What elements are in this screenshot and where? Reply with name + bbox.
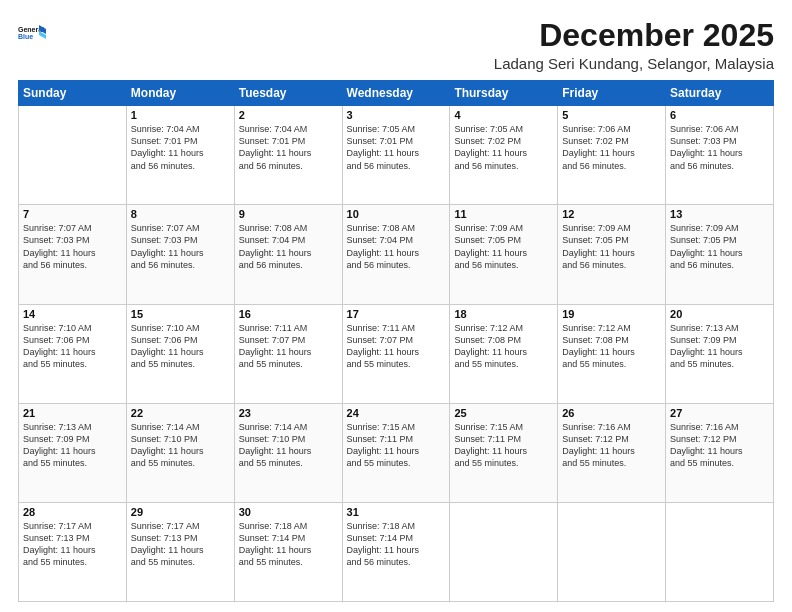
day-info: Sunrise: 7:04 AM Sunset: 7:01 PM Dayligh… bbox=[131, 123, 230, 172]
header: GeneralBlue December 2025 Ladang Seri Ku… bbox=[18, 18, 774, 72]
day-number: 2 bbox=[239, 109, 338, 121]
day-info: Sunrise: 7:11 AM Sunset: 7:07 PM Dayligh… bbox=[239, 322, 338, 371]
calendar-cell bbox=[666, 502, 774, 601]
calendar-cell: 13Sunrise: 7:09 AM Sunset: 7:05 PM Dayli… bbox=[666, 205, 774, 304]
calendar-cell: 5Sunrise: 7:06 AM Sunset: 7:02 PM Daylig… bbox=[558, 106, 666, 205]
day-info: Sunrise: 7:12 AM Sunset: 7:08 PM Dayligh… bbox=[454, 322, 553, 371]
day-number: 5 bbox=[562, 109, 661, 121]
calendar-header-sunday: Sunday bbox=[19, 81, 127, 106]
day-info: Sunrise: 7:16 AM Sunset: 7:12 PM Dayligh… bbox=[562, 421, 661, 470]
calendar-header-tuesday: Tuesday bbox=[234, 81, 342, 106]
day-number: 21 bbox=[23, 407, 122, 419]
day-info: Sunrise: 7:17 AM Sunset: 7:13 PM Dayligh… bbox=[131, 520, 230, 569]
day-info: Sunrise: 7:04 AM Sunset: 7:01 PM Dayligh… bbox=[239, 123, 338, 172]
calendar-header-monday: Monday bbox=[126, 81, 234, 106]
logo: GeneralBlue bbox=[18, 18, 48, 48]
calendar-cell: 15Sunrise: 7:10 AM Sunset: 7:06 PM Dayli… bbox=[126, 304, 234, 403]
day-number: 15 bbox=[131, 308, 230, 320]
calendar-cell: 14Sunrise: 7:10 AM Sunset: 7:06 PM Dayli… bbox=[19, 304, 127, 403]
day-number: 23 bbox=[239, 407, 338, 419]
day-info: Sunrise: 7:05 AM Sunset: 7:02 PM Dayligh… bbox=[454, 123, 553, 172]
calendar-cell: 30Sunrise: 7:18 AM Sunset: 7:14 PM Dayli… bbox=[234, 502, 342, 601]
logo-icon: GeneralBlue bbox=[18, 18, 48, 48]
day-number: 27 bbox=[670, 407, 769, 419]
day-number: 26 bbox=[562, 407, 661, 419]
calendar-cell: 18Sunrise: 7:12 AM Sunset: 7:08 PM Dayli… bbox=[450, 304, 558, 403]
calendar-cell: 29Sunrise: 7:17 AM Sunset: 7:13 PM Dayli… bbox=[126, 502, 234, 601]
day-number: 17 bbox=[347, 308, 446, 320]
day-number: 30 bbox=[239, 506, 338, 518]
day-number: 18 bbox=[454, 308, 553, 320]
day-number: 19 bbox=[562, 308, 661, 320]
day-info: Sunrise: 7:10 AM Sunset: 7:06 PM Dayligh… bbox=[131, 322, 230, 371]
day-info: Sunrise: 7:06 AM Sunset: 7:02 PM Dayligh… bbox=[562, 123, 661, 172]
calendar-cell bbox=[450, 502, 558, 601]
calendar-cell: 2Sunrise: 7:04 AM Sunset: 7:01 PM Daylig… bbox=[234, 106, 342, 205]
day-number: 12 bbox=[562, 208, 661, 220]
calendar-week-1: 1Sunrise: 7:04 AM Sunset: 7:01 PM Daylig… bbox=[19, 106, 774, 205]
day-number: 8 bbox=[131, 208, 230, 220]
day-info: Sunrise: 7:09 AM Sunset: 7:05 PM Dayligh… bbox=[454, 222, 553, 271]
calendar-header-row: SundayMondayTuesdayWednesdayThursdayFrid… bbox=[19, 81, 774, 106]
calendar-cell: 23Sunrise: 7:14 AM Sunset: 7:10 PM Dayli… bbox=[234, 403, 342, 502]
page: GeneralBlue December 2025 Ladang Seri Ku… bbox=[0, 0, 792, 612]
main-title: December 2025 bbox=[494, 18, 774, 53]
day-number: 11 bbox=[454, 208, 553, 220]
day-number: 4 bbox=[454, 109, 553, 121]
day-number: 6 bbox=[670, 109, 769, 121]
day-info: Sunrise: 7:11 AM Sunset: 7:07 PM Dayligh… bbox=[347, 322, 446, 371]
calendar-cell bbox=[558, 502, 666, 601]
day-info: Sunrise: 7:12 AM Sunset: 7:08 PM Dayligh… bbox=[562, 322, 661, 371]
calendar-cell: 8Sunrise: 7:07 AM Sunset: 7:03 PM Daylig… bbox=[126, 205, 234, 304]
day-info: Sunrise: 7:13 AM Sunset: 7:09 PM Dayligh… bbox=[670, 322, 769, 371]
day-number: 25 bbox=[454, 407, 553, 419]
day-number: 9 bbox=[239, 208, 338, 220]
day-info: Sunrise: 7:18 AM Sunset: 7:14 PM Dayligh… bbox=[239, 520, 338, 569]
day-number: 7 bbox=[23, 208, 122, 220]
calendar-cell: 7Sunrise: 7:07 AM Sunset: 7:03 PM Daylig… bbox=[19, 205, 127, 304]
calendar-cell: 12Sunrise: 7:09 AM Sunset: 7:05 PM Dayli… bbox=[558, 205, 666, 304]
day-info: Sunrise: 7:15 AM Sunset: 7:11 PM Dayligh… bbox=[454, 421, 553, 470]
day-number: 16 bbox=[239, 308, 338, 320]
calendar-cell: 1Sunrise: 7:04 AM Sunset: 7:01 PM Daylig… bbox=[126, 106, 234, 205]
calendar-cell: 26Sunrise: 7:16 AM Sunset: 7:12 PM Dayli… bbox=[558, 403, 666, 502]
calendar-cell bbox=[19, 106, 127, 205]
calendar-cell: 17Sunrise: 7:11 AM Sunset: 7:07 PM Dayli… bbox=[342, 304, 450, 403]
calendar-cell: 4Sunrise: 7:05 AM Sunset: 7:02 PM Daylig… bbox=[450, 106, 558, 205]
calendar-header-thursday: Thursday bbox=[450, 81, 558, 106]
calendar-cell: 11Sunrise: 7:09 AM Sunset: 7:05 PM Dayli… bbox=[450, 205, 558, 304]
day-info: Sunrise: 7:06 AM Sunset: 7:03 PM Dayligh… bbox=[670, 123, 769, 172]
day-number: 14 bbox=[23, 308, 122, 320]
calendar-week-5: 28Sunrise: 7:17 AM Sunset: 7:13 PM Dayli… bbox=[19, 502, 774, 601]
calendar-cell: 20Sunrise: 7:13 AM Sunset: 7:09 PM Dayli… bbox=[666, 304, 774, 403]
day-info: Sunrise: 7:16 AM Sunset: 7:12 PM Dayligh… bbox=[670, 421, 769, 470]
day-number: 31 bbox=[347, 506, 446, 518]
calendar-cell: 28Sunrise: 7:17 AM Sunset: 7:13 PM Dayli… bbox=[19, 502, 127, 601]
title-block: December 2025 Ladang Seri Kundang, Selan… bbox=[494, 18, 774, 72]
calendar-table: SundayMondayTuesdayWednesdayThursdayFrid… bbox=[18, 80, 774, 602]
day-info: Sunrise: 7:13 AM Sunset: 7:09 PM Dayligh… bbox=[23, 421, 122, 470]
day-info: Sunrise: 7:08 AM Sunset: 7:04 PM Dayligh… bbox=[239, 222, 338, 271]
calendar-cell: 16Sunrise: 7:11 AM Sunset: 7:07 PM Dayli… bbox=[234, 304, 342, 403]
day-info: Sunrise: 7:10 AM Sunset: 7:06 PM Dayligh… bbox=[23, 322, 122, 371]
day-number: 13 bbox=[670, 208, 769, 220]
calendar-cell: 27Sunrise: 7:16 AM Sunset: 7:12 PM Dayli… bbox=[666, 403, 774, 502]
svg-text:Blue: Blue bbox=[18, 33, 33, 40]
day-info: Sunrise: 7:17 AM Sunset: 7:13 PM Dayligh… bbox=[23, 520, 122, 569]
calendar-cell: 10Sunrise: 7:08 AM Sunset: 7:04 PM Dayli… bbox=[342, 205, 450, 304]
calendar-cell: 24Sunrise: 7:15 AM Sunset: 7:11 PM Dayli… bbox=[342, 403, 450, 502]
calendar-cell: 25Sunrise: 7:15 AM Sunset: 7:11 PM Dayli… bbox=[450, 403, 558, 502]
calendar-cell: 6Sunrise: 7:06 AM Sunset: 7:03 PM Daylig… bbox=[666, 106, 774, 205]
day-info: Sunrise: 7:08 AM Sunset: 7:04 PM Dayligh… bbox=[347, 222, 446, 271]
calendar-week-3: 14Sunrise: 7:10 AM Sunset: 7:06 PM Dayli… bbox=[19, 304, 774, 403]
calendar-week-2: 7Sunrise: 7:07 AM Sunset: 7:03 PM Daylig… bbox=[19, 205, 774, 304]
calendar-header-wednesday: Wednesday bbox=[342, 81, 450, 106]
day-info: Sunrise: 7:14 AM Sunset: 7:10 PM Dayligh… bbox=[239, 421, 338, 470]
calendar-header-friday: Friday bbox=[558, 81, 666, 106]
day-number: 1 bbox=[131, 109, 230, 121]
calendar-cell: 21Sunrise: 7:13 AM Sunset: 7:09 PM Dayli… bbox=[19, 403, 127, 502]
day-info: Sunrise: 7:14 AM Sunset: 7:10 PM Dayligh… bbox=[131, 421, 230, 470]
day-info: Sunrise: 7:18 AM Sunset: 7:14 PM Dayligh… bbox=[347, 520, 446, 569]
day-number: 20 bbox=[670, 308, 769, 320]
day-info: Sunrise: 7:09 AM Sunset: 7:05 PM Dayligh… bbox=[562, 222, 661, 271]
